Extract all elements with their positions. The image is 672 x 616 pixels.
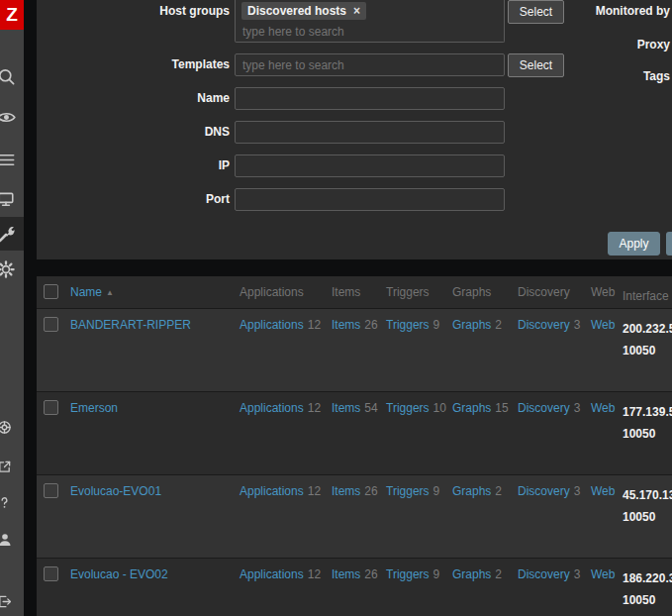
applications-link[interactable]: Applications <box>240 567 304 581</box>
host-groups-select-button[interactable]: Select <box>508 0 564 24</box>
interface-cell: 186.220.310050 <box>618 559 672 611</box>
host-name-link[interactable]: Emerson <box>70 401 118 415</box>
sidebar-item-search[interactable] <box>0 59 24 93</box>
name-input[interactable] <box>235 87 505 110</box>
sidebar-item-user-profile[interactable] <box>0 527 24 553</box>
sidebar-item-support[interactable] <box>0 414 24 440</box>
search-icon <box>0 67 16 86</box>
sidebar-item-inventory[interactable] <box>0 143 24 176</box>
row-checkbox[interactable] <box>44 317 58 332</box>
graphs-link[interactable]: Graphs <box>452 484 491 498</box>
discovery-link[interactable]: Discovery <box>518 484 570 498</box>
sidebar-item-help[interactable] <box>0 489 24 515</box>
chip-remove-icon[interactable]: × <box>353 4 360 18</box>
column-header-items: Items <box>327 276 381 299</box>
interface-cell: 45.170.1310050 <box>618 475 672 528</box>
applications-link[interactable]: Applications <box>240 484 304 498</box>
apply-button[interactable]: Apply <box>608 232 660 256</box>
host-groups-label: Host groups <box>37 4 230 18</box>
row-checkbox[interactable] <box>44 566 58 581</box>
sign-out-icon <box>0 594 12 609</box>
web-link[interactable]: Web <box>591 401 615 415</box>
column-header-discovery: Discovery <box>513 276 586 299</box>
question-icon <box>0 495 12 510</box>
host-name-link[interactable]: BANDERART-RIPPER <box>70 318 191 332</box>
discovery-count: 3 <box>574 567 581 581</box>
host-groups-multiselect[interactable]: Discovered hosts × type here to search <box>235 0 505 43</box>
sidebar-item-configuration[interactable] <box>0 217 24 251</box>
triggers-count: 10 <box>433 401 446 415</box>
reset-button-partial[interactable] <box>666 232 672 256</box>
host-name-link[interactable]: Evolucao-EVO01 <box>70 484 161 498</box>
port-input[interactable] <box>235 188 505 211</box>
sidebar-item-reports[interactable] <box>0 182 24 216</box>
templates-select-button[interactable]: Select <box>508 53 564 77</box>
interface-ip: 200.232.5 <box>623 322 672 336</box>
items-count: 26 <box>364 318 377 332</box>
applications-count: 12 <box>308 567 321 581</box>
interface-port: 10050 <box>623 344 655 358</box>
ip-input[interactable] <box>235 154 505 177</box>
web-link[interactable]: Web <box>591 484 615 498</box>
port-label: Port <box>37 192 230 206</box>
triggers-link[interactable]: Triggers <box>386 318 430 332</box>
select-all-checkbox[interactable] <box>44 284 58 299</box>
interface-port: 10050 <box>623 593 655 607</box>
items-link[interactable]: Items <box>332 401 360 415</box>
table-row: Emerson Applications12 Items54 Triggers1… <box>37 391 672 474</box>
triggers-link[interactable]: Triggers <box>386 567 430 581</box>
discovery-link[interactable]: Discovery <box>518 318 570 332</box>
applications-link[interactable]: Applications <box>240 318 304 332</box>
monitored-by-label: Monitored by <box>596 4 670 18</box>
items-count: 54 <box>364 401 377 415</box>
discovery-link[interactable]: Discovery <box>518 401 570 415</box>
host-name-link[interactable]: Evolucao - EVO02 <box>70 567 168 581</box>
wrench-icon <box>0 225 16 244</box>
hosts-table: Name▲ Applications Items Triggers Graphs… <box>37 276 672 616</box>
discovery-link[interactable]: Discovery <box>518 567 570 581</box>
host-group-chip-label: Discovered hosts <box>247 4 346 18</box>
column-header-graphs: Graphs <box>447 276 513 299</box>
table-header-row: Name▲ Applications Items Triggers Graphs… <box>37 276 672 308</box>
triggers-link[interactable]: Triggers <box>386 484 430 498</box>
templates-input[interactable] <box>235 53 505 76</box>
tags-label: Tags <box>643 69 670 83</box>
host-filter-panel: Host groups Discovered hosts × type here… <box>37 0 672 259</box>
table-row: BANDERART-RIPPER Applications12 Items26 … <box>37 308 672 391</box>
graphs-count: 15 <box>495 401 508 415</box>
host-group-chip: Discovered hosts × <box>241 2 366 20</box>
list-icon <box>0 151 16 169</box>
items-link[interactable]: Items <box>332 567 360 581</box>
sidebar-item-monitoring[interactable] <box>0 100 24 134</box>
web-link[interactable]: Web <box>591 567 615 581</box>
zabbix-logo[interactable]: Z <box>0 0 24 30</box>
dns-label: DNS <box>37 125 230 139</box>
triggers-link[interactable]: Triggers <box>386 401 430 415</box>
applications-count: 12 <box>308 401 321 415</box>
items-link[interactable]: Items <box>332 318 360 332</box>
applications-link[interactable]: Applications <box>240 401 304 415</box>
column-header-name[interactable]: Name <box>70 285 102 299</box>
share-icon <box>0 460 12 474</box>
monitor-icon <box>0 190 15 208</box>
row-checkbox[interactable] <box>44 483 58 498</box>
column-header-web: Web <box>586 276 618 299</box>
row-checkbox[interactable] <box>44 400 58 415</box>
discovery-count: 3 <box>574 318 581 332</box>
sidebar-item-sign-out[interactable] <box>0 588 24 614</box>
graphs-link[interactable]: Graphs <box>452 401 491 415</box>
sidebar-item-share[interactable] <box>0 454 24 479</box>
sort-asc-icon: ▲ <box>106 288 114 297</box>
name-label: Name <box>37 91 230 105</box>
items-link[interactable]: Items <box>332 484 360 498</box>
dns-input[interactable] <box>235 121 505 144</box>
web-link[interactable]: Web <box>591 318 615 332</box>
eye-icon <box>0 108 16 127</box>
applications-count: 12 <box>308 484 321 498</box>
graphs-count: 2 <box>495 567 502 581</box>
items-count: 26 <box>364 484 377 498</box>
proxy-label: Proxy <box>637 38 670 51</box>
graphs-link[interactable]: Graphs <box>452 318 491 332</box>
graphs-link[interactable]: Graphs <box>452 567 491 581</box>
sidebar-item-administration[interactable] <box>0 253 24 286</box>
